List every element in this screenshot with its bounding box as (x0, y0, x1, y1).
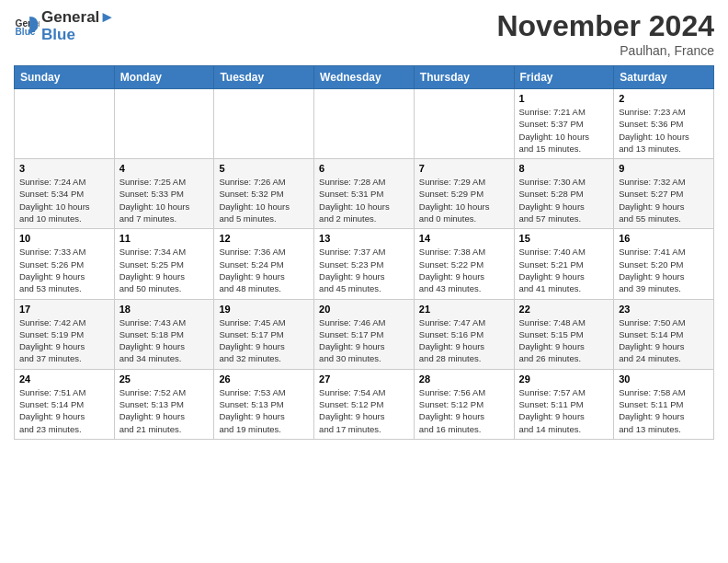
day-info: Sunrise: 7:24 AM Sunset: 5:34 PM Dayligh… (19, 176, 109, 224)
calendar-cell: 17Sunrise: 7:42 AM Sunset: 5:19 PM Dayli… (15, 299, 115, 369)
day-number: 16 (619, 233, 709, 244)
day-number: 3 (19, 163, 109, 174)
day-info: Sunrise: 7:51 AM Sunset: 5:14 PM Dayligh… (19, 386, 109, 435)
calendar-cell: 16Sunrise: 7:41 AM Sunset: 5:20 PM Dayli… (614, 229, 714, 299)
calendar-cell: 13Sunrise: 7:37 AM Sunset: 5:23 PM Dayli… (314, 229, 415, 299)
weekday-header: Wednesday (314, 66, 415, 89)
day-info: Sunrise: 7:45 AM Sunset: 5:17 PM Dayligh… (219, 316, 309, 365)
weekday-header: Thursday (414, 66, 514, 89)
logo: General Blue General► Blue (14, 9, 115, 43)
day-number: 22 (519, 304, 609, 315)
day-info: Sunrise: 7:54 AM Sunset: 5:12 PM Dayligh… (319, 386, 409, 435)
day-info: Sunrise: 7:21 AM Sunset: 5:37 PM Dayligh… (519, 106, 609, 155)
calendar-cell: 28Sunrise: 7:56 AM Sunset: 5:12 PM Dayli… (414, 369, 514, 439)
day-info: Sunrise: 7:34 AM Sunset: 5:25 PM Dayligh… (119, 246, 210, 294)
day-number: 26 (219, 373, 309, 385)
calendar-cell: 24Sunrise: 7:51 AM Sunset: 5:14 PM Dayli… (15, 369, 115, 439)
day-number: 23 (619, 304, 709, 315)
day-info: Sunrise: 7:30 AM Sunset: 5:28 PM Dayligh… (519, 176, 609, 224)
day-number: 24 (19, 373, 109, 385)
day-info: Sunrise: 7:25 AM Sunset: 5:33 PM Dayligh… (119, 176, 210, 224)
day-number: 15 (519, 233, 609, 244)
calendar-cell: 21Sunrise: 7:47 AM Sunset: 5:16 PM Dayli… (414, 299, 514, 369)
day-number: 11 (119, 233, 210, 244)
day-number: 25 (119, 373, 210, 385)
calendar-cell: 14Sunrise: 7:38 AM Sunset: 5:22 PM Dayli… (414, 229, 514, 299)
day-number: 4 (119, 163, 210, 174)
calendar-cell: 10Sunrise: 7:33 AM Sunset: 5:26 PM Dayli… (15, 229, 115, 299)
day-info: Sunrise: 7:29 AM Sunset: 5:29 PM Dayligh… (419, 176, 509, 224)
day-info: Sunrise: 7:26 AM Sunset: 5:32 PM Dayligh… (219, 176, 309, 224)
day-number: 8 (519, 163, 609, 174)
calendar-table: SundayMondayTuesdayWednesdayThursdayFrid… (14, 65, 714, 440)
calendar-cell: 30Sunrise: 7:58 AM Sunset: 5:11 PM Dayli… (614, 369, 714, 439)
calendar-week-row: 24Sunrise: 7:51 AM Sunset: 5:14 PM Dayli… (15, 369, 714, 439)
calendar-cell: 22Sunrise: 7:48 AM Sunset: 5:15 PM Dayli… (514, 299, 614, 369)
calendar-cell (15, 89, 115, 159)
weekday-header: Tuesday (214, 66, 314, 89)
calendar-cell: 20Sunrise: 7:46 AM Sunset: 5:17 PM Dayli… (314, 299, 415, 369)
calendar-cell (314, 89, 415, 159)
month-title: November 2024 (496, 9, 714, 43)
day-number: 19 (219, 304, 309, 315)
day-info: Sunrise: 7:42 AM Sunset: 5:19 PM Dayligh… (19, 316, 109, 365)
calendar-cell: 23Sunrise: 7:50 AM Sunset: 5:14 PM Dayli… (614, 299, 714, 369)
calendar-cell: 1Sunrise: 7:21 AM Sunset: 5:37 PM Daylig… (514, 89, 614, 159)
calendar-week-row: 1Sunrise: 7:21 AM Sunset: 5:37 PM Daylig… (15, 89, 714, 159)
day-info: Sunrise: 7:56 AM Sunset: 5:12 PM Dayligh… (419, 386, 509, 435)
day-number: 14 (419, 233, 509, 244)
day-info: Sunrise: 7:52 AM Sunset: 5:13 PM Dayligh… (119, 386, 210, 435)
day-number: 13 (319, 233, 409, 244)
day-info: Sunrise: 7:50 AM Sunset: 5:14 PM Dayligh… (619, 316, 709, 365)
day-info: Sunrise: 7:28 AM Sunset: 5:31 PM Dayligh… (319, 176, 409, 224)
weekday-header: Friday (514, 66, 614, 89)
calendar-cell (114, 89, 214, 159)
day-info: Sunrise: 7:32 AM Sunset: 5:27 PM Dayligh… (619, 176, 709, 224)
calendar-cell: 11Sunrise: 7:34 AM Sunset: 5:25 PM Dayli… (114, 229, 214, 299)
calendar-cell: 12Sunrise: 7:36 AM Sunset: 5:24 PM Dayli… (214, 229, 314, 299)
day-info: Sunrise: 7:57 AM Sunset: 5:11 PM Dayligh… (519, 386, 609, 435)
svg-text:Blue: Blue (16, 27, 36, 37)
day-number: 6 (319, 163, 409, 174)
weekday-header: Saturday (614, 66, 714, 89)
location: Paulhan, France (496, 43, 714, 58)
calendar-cell (214, 89, 314, 159)
calendar-cell: 25Sunrise: 7:52 AM Sunset: 5:13 PM Dayli… (114, 369, 214, 439)
calendar-cell: 3Sunrise: 7:24 AM Sunset: 5:34 PM Daylig… (15, 159, 115, 229)
day-number: 18 (119, 304, 210, 315)
weekday-header-row: SundayMondayTuesdayWednesdayThursdayFrid… (15, 66, 714, 89)
calendar-cell: 9Sunrise: 7:32 AM Sunset: 5:27 PM Daylig… (614, 159, 714, 229)
calendar-cell: 29Sunrise: 7:57 AM Sunset: 5:11 PM Dayli… (514, 369, 614, 439)
day-info: Sunrise: 7:36 AM Sunset: 5:24 PM Dayligh… (219, 246, 309, 294)
day-info: Sunrise: 7:47 AM Sunset: 5:16 PM Dayligh… (419, 316, 509, 365)
calendar-cell: 6Sunrise: 7:28 AM Sunset: 5:31 PM Daylig… (314, 159, 415, 229)
calendar-cell: 26Sunrise: 7:53 AM Sunset: 5:13 PM Dayli… (214, 369, 314, 439)
day-info: Sunrise: 7:38 AM Sunset: 5:22 PM Dayligh… (419, 246, 509, 294)
day-number: 12 (219, 233, 309, 244)
calendar-cell (414, 89, 514, 159)
calendar-cell: 15Sunrise: 7:40 AM Sunset: 5:21 PM Dayli… (514, 229, 614, 299)
day-info: Sunrise: 7:37 AM Sunset: 5:23 PM Dayligh… (319, 246, 409, 294)
calendar-cell: 27Sunrise: 7:54 AM Sunset: 5:12 PM Dayli… (314, 369, 415, 439)
day-number: 27 (319, 373, 409, 385)
day-info: Sunrise: 7:43 AM Sunset: 5:18 PM Dayligh… (119, 316, 210, 365)
day-info: Sunrise: 7:53 AM Sunset: 5:13 PM Dayligh… (219, 386, 309, 435)
day-number: 2 (619, 93, 709, 104)
calendar-cell: 7Sunrise: 7:29 AM Sunset: 5:29 PM Daylig… (414, 159, 514, 229)
calendar-cell: 18Sunrise: 7:43 AM Sunset: 5:18 PM Dayli… (114, 299, 214, 369)
weekday-header: Monday (114, 66, 214, 89)
day-number: 17 (19, 304, 109, 315)
day-info: Sunrise: 7:23 AM Sunset: 5:36 PM Dayligh… (619, 106, 709, 155)
calendar-week-row: 3Sunrise: 7:24 AM Sunset: 5:34 PM Daylig… (15, 159, 714, 229)
day-number: 29 (519, 373, 609, 385)
day-number: 9 (619, 163, 709, 174)
calendar-cell: 5Sunrise: 7:26 AM Sunset: 5:32 PM Daylig… (214, 159, 314, 229)
calendar-cell: 8Sunrise: 7:30 AM Sunset: 5:28 PM Daylig… (514, 159, 614, 229)
calendar-cell: 4Sunrise: 7:25 AM Sunset: 5:33 PM Daylig… (114, 159, 214, 229)
day-number: 21 (419, 304, 509, 315)
day-number: 5 (219, 163, 309, 174)
calendar-cell: 2Sunrise: 7:23 AM Sunset: 5:36 PM Daylig… (614, 89, 714, 159)
day-info: Sunrise: 7:41 AM Sunset: 5:20 PM Dayligh… (619, 246, 709, 294)
weekday-header: Sunday (15, 66, 115, 89)
day-number: 7 (419, 163, 509, 174)
